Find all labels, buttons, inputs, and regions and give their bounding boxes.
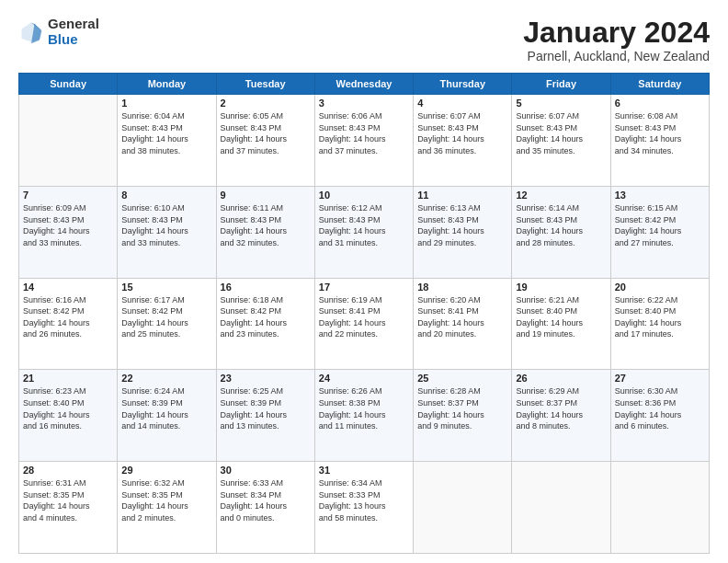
day-number: 14: [23, 282, 113, 293]
table-cell: 7Sunrise: 6:09 AM Sunset: 8:43 PM Daylig…: [19, 186, 118, 278]
day-number: 1: [121, 98, 211, 109]
day-number: 26: [516, 373, 606, 384]
day-info: Sunrise: 6:08 AM Sunset: 8:43 PM Dayligh…: [615, 110, 705, 156]
table-cell: 22Sunrise: 6:24 AM Sunset: 8:39 PM Dayli…: [118, 370, 216, 462]
calendar-week-row: 14Sunrise: 6:16 AM Sunset: 8:42 PM Dayli…: [19, 278, 710, 370]
table-cell: [610, 462, 709, 554]
day-number: 15: [121, 282, 211, 293]
table-cell: 1Sunrise: 6:04 AM Sunset: 8:43 PM Daylig…: [118, 95, 216, 187]
table-cell: 8Sunrise: 6:10 AM Sunset: 8:43 PM Daylig…: [118, 186, 216, 278]
calendar-week-row: 28Sunrise: 6:31 AM Sunset: 8:35 PM Dayli…: [19, 462, 710, 554]
table-cell: 21Sunrise: 6:23 AM Sunset: 8:40 PM Dayli…: [19, 370, 118, 462]
table-cell: 15Sunrise: 6:17 AM Sunset: 8:42 PM Dayli…: [118, 278, 216, 370]
header-monday: Monday: [118, 74, 216, 95]
day-number: 31: [319, 465, 409, 476]
table-cell: 17Sunrise: 6:19 AM Sunset: 8:41 PM Dayli…: [314, 278, 413, 370]
calendar-title: January 2024: [523, 17, 710, 49]
day-number: 27: [615, 373, 705, 384]
calendar-body: 1Sunrise: 6:04 AM Sunset: 8:43 PM Daylig…: [19, 95, 710, 554]
table-cell: [512, 462, 610, 554]
table-cell: 29Sunrise: 6:32 AM Sunset: 8:35 PM Dayli…: [118, 462, 216, 554]
title-block: January 2024 Parnell, Auckland, New Zeal…: [523, 17, 710, 63]
day-info: Sunrise: 6:04 AM Sunset: 8:43 PM Dayligh…: [121, 110, 211, 156]
table-cell: 9Sunrise: 6:11 AM Sunset: 8:43 PM Daylig…: [216, 186, 314, 278]
table-cell: 28Sunrise: 6:31 AM Sunset: 8:35 PM Dayli…: [19, 462, 118, 554]
day-info: Sunrise: 6:07 AM Sunset: 8:43 PM Dayligh…: [417, 110, 507, 156]
header-tuesday: Tuesday: [216, 74, 314, 95]
header-friday: Friday: [512, 74, 610, 95]
day-info: Sunrise: 6:31 AM Sunset: 8:35 PM Dayligh…: [23, 477, 113, 523]
page: General Blue January 2024 Parnell, Auckl…: [0, 0, 728, 563]
day-info: Sunrise: 6:18 AM Sunset: 8:42 PM Dayligh…: [221, 294, 311, 340]
day-number: 30: [221, 465, 311, 476]
table-cell: 30Sunrise: 6:33 AM Sunset: 8:34 PM Dayli…: [216, 462, 314, 554]
day-info: Sunrise: 6:05 AM Sunset: 8:43 PM Dayligh…: [221, 110, 311, 156]
day-info: Sunrise: 6:06 AM Sunset: 8:43 PM Dayligh…: [319, 110, 409, 156]
table-cell: 14Sunrise: 6:16 AM Sunset: 8:42 PM Dayli…: [19, 278, 118, 370]
day-number: 11: [417, 190, 507, 201]
day-number: 28: [23, 465, 113, 476]
day-info: Sunrise: 6:12 AM Sunset: 8:43 PM Dayligh…: [319, 202, 409, 248]
day-info: Sunrise: 6:13 AM Sunset: 8:43 PM Dayligh…: [417, 202, 507, 248]
day-info: Sunrise: 6:17 AM Sunset: 8:42 PM Dayligh…: [121, 294, 211, 340]
table-cell: [414, 462, 512, 554]
logo: General Blue: [18, 17, 99, 47]
calendar-week-row: 7Sunrise: 6:09 AM Sunset: 8:43 PM Daylig…: [19, 186, 710, 278]
day-number: 24: [319, 373, 409, 384]
day-info: Sunrise: 6:29 AM Sunset: 8:37 PM Dayligh…: [516, 385, 606, 431]
day-number: 8: [121, 190, 211, 201]
table-cell: 24Sunrise: 6:26 AM Sunset: 8:38 PM Dayli…: [314, 370, 413, 462]
day-number: 7: [23, 190, 113, 201]
table-cell: 10Sunrise: 6:12 AM Sunset: 8:43 PM Dayli…: [314, 186, 413, 278]
day-number: 20: [615, 282, 705, 293]
day-number: 13: [615, 190, 705, 201]
day-info: Sunrise: 6:10 AM Sunset: 8:43 PM Dayligh…: [121, 202, 211, 248]
day-number: 18: [417, 282, 507, 293]
table-cell: 4Sunrise: 6:07 AM Sunset: 8:43 PM Daylig…: [414, 95, 512, 187]
day-info: Sunrise: 6:09 AM Sunset: 8:43 PM Dayligh…: [23, 202, 113, 248]
day-number: 2: [221, 98, 311, 109]
header-sunday: Sunday: [19, 74, 118, 95]
table-cell: 11Sunrise: 6:13 AM Sunset: 8:43 PM Dayli…: [414, 186, 512, 278]
table-cell: 27Sunrise: 6:30 AM Sunset: 8:36 PM Dayli…: [610, 370, 709, 462]
day-number: 5: [516, 98, 606, 109]
day-number: 19: [516, 282, 606, 293]
header-saturday: Saturday: [610, 74, 709, 95]
logo-blue-text: Blue: [48, 32, 99, 48]
table-cell: 31Sunrise: 6:34 AM Sunset: 8:33 PM Dayli…: [314, 462, 413, 554]
table-cell: 19Sunrise: 6:21 AM Sunset: 8:40 PM Dayli…: [512, 278, 610, 370]
table-cell: 5Sunrise: 6:07 AM Sunset: 8:43 PM Daylig…: [512, 95, 610, 187]
day-info: Sunrise: 6:07 AM Sunset: 8:43 PM Dayligh…: [516, 110, 606, 156]
table-cell: 20Sunrise: 6:22 AM Sunset: 8:40 PM Dayli…: [610, 278, 709, 370]
day-number: 4: [417, 98, 507, 109]
day-info: Sunrise: 6:23 AM Sunset: 8:40 PM Dayligh…: [23, 385, 113, 431]
day-info: Sunrise: 6:24 AM Sunset: 8:39 PM Dayligh…: [121, 385, 211, 431]
day-info: Sunrise: 6:30 AM Sunset: 8:36 PM Dayligh…: [615, 385, 705, 431]
day-info: Sunrise: 6:16 AM Sunset: 8:42 PM Dayligh…: [23, 294, 113, 340]
table-cell: 12Sunrise: 6:14 AM Sunset: 8:43 PM Dayli…: [512, 186, 610, 278]
day-info: Sunrise: 6:14 AM Sunset: 8:43 PM Dayligh…: [516, 202, 606, 248]
day-info: Sunrise: 6:15 AM Sunset: 8:42 PM Dayligh…: [615, 202, 705, 248]
day-info: Sunrise: 6:19 AM Sunset: 8:41 PM Dayligh…: [319, 294, 409, 340]
day-info: Sunrise: 6:32 AM Sunset: 8:35 PM Dayligh…: [121, 477, 211, 523]
day-number: 10: [319, 190, 409, 201]
calendar-week-row: 21Sunrise: 6:23 AM Sunset: 8:40 PM Dayli…: [19, 370, 710, 462]
day-number: 22: [121, 373, 211, 384]
day-info: Sunrise: 6:11 AM Sunset: 8:43 PM Dayligh…: [221, 202, 311, 248]
day-number: 6: [615, 98, 705, 109]
day-info: Sunrise: 6:33 AM Sunset: 8:34 PM Dayligh…: [221, 477, 311, 523]
table-cell: 6Sunrise: 6:08 AM Sunset: 8:43 PM Daylig…: [610, 95, 709, 187]
table-cell: 16Sunrise: 6:18 AM Sunset: 8:42 PM Dayli…: [216, 278, 314, 370]
day-info: Sunrise: 6:28 AM Sunset: 8:37 PM Dayligh…: [417, 385, 507, 431]
table-cell: 13Sunrise: 6:15 AM Sunset: 8:42 PM Dayli…: [610, 186, 709, 278]
table-cell: 18Sunrise: 6:20 AM Sunset: 8:41 PM Dayli…: [414, 278, 512, 370]
header: General Blue January 2024 Parnell, Auckl…: [18, 17, 710, 63]
day-number: 21: [23, 373, 113, 384]
calendar-week-row: 1Sunrise: 6:04 AM Sunset: 8:43 PM Daylig…: [19, 95, 710, 187]
table-cell: [19, 95, 118, 187]
day-info: Sunrise: 6:22 AM Sunset: 8:40 PM Dayligh…: [615, 294, 705, 340]
day-info: Sunrise: 6:34 AM Sunset: 8:33 PM Dayligh…: [319, 477, 409, 523]
header-wednesday: Wednesday: [314, 74, 413, 95]
table-cell: 26Sunrise: 6:29 AM Sunset: 8:37 PM Dayli…: [512, 370, 610, 462]
table-cell: 2Sunrise: 6:05 AM Sunset: 8:43 PM Daylig…: [216, 95, 314, 187]
